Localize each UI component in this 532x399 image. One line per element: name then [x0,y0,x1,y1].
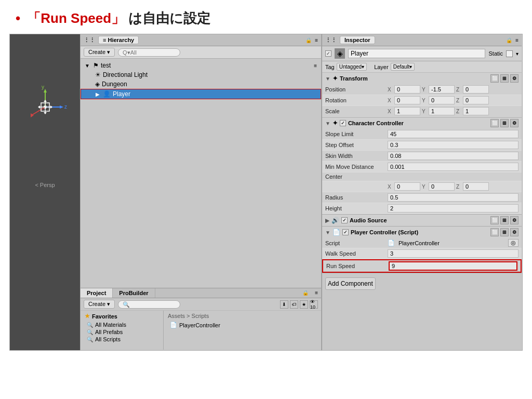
pc-toggle-icon[interactable]: ▼ [325,230,330,235]
view-icon[interactable]: 👁 10 [310,300,318,309]
search-icon: 🔍 [87,322,93,328]
center-z-field[interactable] [463,182,489,191]
list-item[interactable]: 🔍 All Scripts [85,336,159,343]
add-component-button[interactable]: Add Component [325,277,376,290]
position-x-field[interactable] [394,85,420,94]
character-controller-section: ▼ ✦ Character Controller ⬜ ⊞ ⚙ Slope Lim… [322,117,522,215]
skin-width-field[interactable] [388,152,518,160]
static-checkbox[interactable] [506,50,513,57]
tag-dropdown[interactable]: Untagged ▾ [337,63,367,71]
star-icon: ★ [85,313,90,320]
z-label: Z [456,87,461,92]
favorites-title: ★ Favorites [85,313,159,320]
hierarchy-search-input[interactable] [118,48,180,57]
position-y-field[interactable] [429,85,455,94]
hierarchy-lock-icon: 🔒 [305,37,312,43]
height-row: Height [322,203,522,214]
step-offset-field[interactable] [388,141,518,149]
player-item[interactable]: ▶ 👤 Player [81,89,321,99]
run-speed-field[interactable] [389,261,517,271]
project-create-button[interactable]: Create ▾ [84,300,115,309]
list-item[interactable]: 📄 PlayerController [168,321,317,329]
inspector-header: ⋮⋮ Inspector 🔒 ≡ [322,34,522,46]
project-search-input[interactable] [118,300,180,309]
star-btn-icon[interactable]: ★ [300,300,308,309]
x-label: X [388,98,393,103]
list-item[interactable]: ☀ Directional Light [81,70,321,79]
heading-suffix: は自由に設定 [128,10,210,26]
project-menu-icon[interactable]: ≡ [312,288,321,298]
height-field[interactable] [388,204,518,212]
audio-actions: ⬜ ⊞ ⚙ [490,216,518,224]
inspector-tab[interactable]: Inspector [340,36,375,44]
scene-root-item[interactable]: ▼ ⚑ test ≡ [81,61,321,70]
inspector-panel: ⋮⋮ Inspector 🔒 ≡ ◈ Static ▾ Tag Untagged… [322,34,522,350]
tab-project[interactable]: Project [81,288,113,298]
hierarchy-create-button[interactable]: Create ▾ [84,48,115,57]
project-toolbar: Create ▾ ⬇ 🏷 ★ 👁 10 [81,298,321,311]
assets-panel: Assets > Scripts 📄 PlayerController [164,311,321,350]
svg-marker-13 [50,105,52,109]
static-dropdown-arrow[interactable]: ▾ [516,51,518,57]
project-content: ★ Favorites 🔍 All Materials 🔍 All Prefab… [81,311,321,350]
rotation-x-field[interactable] [394,96,420,104]
rotation-z-field[interactable] [463,96,489,104]
inspector-menu-icon[interactable]: ≡ [515,37,518,43]
object-name-field[interactable] [348,49,485,58]
audio-gear-icon[interactable]: ⚙ [510,216,518,224]
static-label: Static [488,50,503,57]
cc-layout-icon[interactable]: ⊞ [500,119,509,127]
list-item[interactable]: 🔍 All Prefabs [85,328,159,336]
pc-enabled-checkbox[interactable] [342,229,349,235]
center-label: Center [325,174,388,180]
scale-x-field[interactable] [394,107,420,115]
audio-layout-icon[interactable]: ⊞ [500,216,509,224]
rotation-y-field[interactable] [429,96,455,104]
hierarchy-toolbar: Create ▾ [81,46,321,59]
transform-layout-icon[interactable]: ⊞ [500,74,509,83]
radius-row: Radius [322,192,522,203]
tag-icon[interactable]: 🏷 [290,300,298,309]
step-offset-label: Step Offset [325,142,388,148]
layer-dropdown[interactable]: Default ▾ [391,63,415,71]
audio-enabled-checkbox[interactable] [341,217,348,223]
hierarchy-menu-icon[interactable]: ≡ [315,37,318,43]
object-active-checkbox[interactable] [325,50,331,57]
x-label: X [388,109,393,114]
audio-copy-icon[interactable]: ⬜ [490,216,499,224]
cc-copy-icon[interactable]: ⬜ [490,119,499,127]
search-icon: 🔍 [87,329,93,335]
scale-z-field[interactable] [463,107,489,115]
list-item[interactable]: 🔍 All Materials [85,321,159,328]
pc-gear-icon[interactable]: ⚙ [510,228,518,236]
pc-script-icon: 📄 [332,229,340,236]
min-move-label: Min Move Distance [325,164,388,170]
walk-speed-field[interactable] [388,249,518,258]
scene-menu-icon[interactable]: ≡ [314,63,317,69]
transform-gear-icon[interactable]: ⚙ [510,74,518,83]
transform-copy-icon[interactable]: ⬜ [490,74,499,83]
y-label: Y [422,109,427,114]
cc-label: Character Controller [348,120,488,126]
audio-toggle-icon[interactable]: ▶ [325,218,329,223]
cc-gear-icon[interactable]: ⚙ [510,119,518,127]
position-z-field[interactable] [463,85,489,94]
hierarchy-tab[interactable]: ≡ Hierarchy [98,36,139,44]
tab-probuilder[interactable]: ProBuilder [113,288,155,298]
hierarchy-item-label: Player [113,90,130,98]
transform-toggle-icon[interactable]: ▼ [325,76,330,82]
list-item[interactable]: ◈ Dungeon [81,79,321,89]
cc-toggle-icon[interactable]: ▼ [325,121,330,126]
radius-field[interactable] [388,193,518,202]
center-y-field[interactable] [429,182,455,191]
min-move-field[interactable] [388,163,518,171]
project-lock-icon: 🔒 [299,288,312,298]
slope-limit-field[interactable] [388,130,518,138]
pc-copy-icon[interactable]: ⬜ [490,228,499,236]
script-select-icon[interactable]: ◎ [508,239,518,247]
pc-layout-icon[interactable]: ⊞ [500,228,509,236]
cc-enabled-checkbox[interactable] [340,120,346,126]
folder-icon[interactable]: ⬇ [280,300,288,309]
scale-y-field[interactable] [429,107,455,115]
center-x-field[interactable] [394,182,420,191]
